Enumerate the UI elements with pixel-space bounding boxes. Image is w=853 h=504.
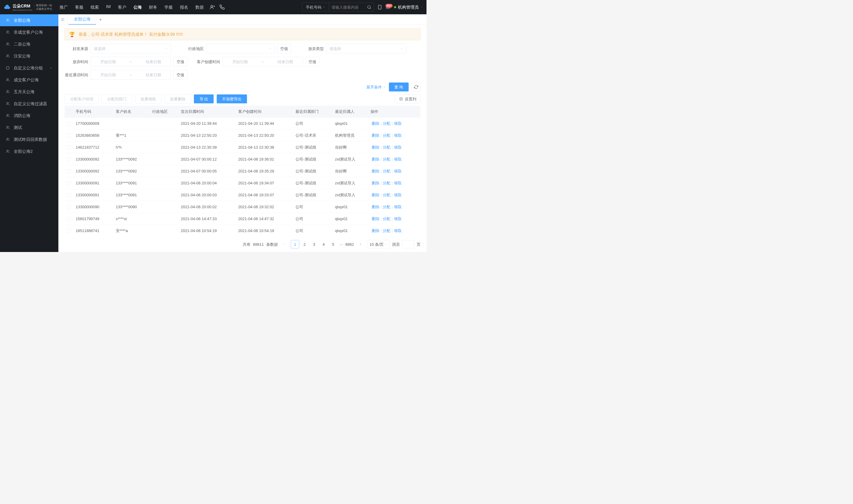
- assign-link[interactable]: 分配: [382, 229, 392, 233]
- abandon-type-select[interactable]: 请选择: [326, 44, 406, 53]
- claim-link[interactable]: 领取: [393, 193, 403, 197]
- tab-all-public-sea[interactable]: 全部公海: [69, 14, 96, 24]
- create-time-range[interactable]: 开始日期~结束日期: [222, 57, 303, 67]
- claim-link[interactable]: 领取: [393, 205, 403, 209]
- nav-item-学服[interactable]: 学服: [163, 3, 174, 11]
- export-plain-button[interactable]: 不加密导出: [217, 94, 247, 103]
- page-2[interactable]: 2: [301, 240, 309, 248]
- claim-link[interactable]: 领取: [393, 181, 403, 185]
- row-checkbox[interactable]: [67, 193, 71, 197]
- per-page-select[interactable]: 10 条/页: [367, 240, 390, 248]
- sidebar-item-4[interactable]: 自定义公海分组: [0, 62, 58, 74]
- last-page[interactable]: 6882: [345, 240, 354, 248]
- claim-link[interactable]: 领取: [393, 145, 403, 149]
- next-page-button[interactable]: [356, 240, 365, 248]
- assign-link[interactable]: 分配: [382, 193, 392, 197]
- call-time-null-button[interactable]: 空值: [173, 70, 187, 79]
- tab-add-button[interactable]: +: [96, 17, 105, 22]
- page-1[interactable]: 1: [291, 240, 299, 248]
- claim-link[interactable]: 领取: [393, 157, 403, 161]
- prev-page-button[interactable]: [280, 240, 289, 248]
- row-checkbox[interactable]: [67, 229, 71, 233]
- claim-link[interactable]: 领取: [393, 133, 403, 138]
- logo[interactable]: 云朵CRM www.yunduocrm.com 教育机构一站 式服务云平台: [4, 3, 52, 11]
- select-all-checkbox[interactable]: [67, 110, 71, 114]
- delete-link[interactable]: 删除: [370, 181, 381, 185]
- assign-link[interactable]: 分配: [382, 157, 392, 161]
- row-checkbox[interactable]: [67, 205, 71, 209]
- bell-icon[interactable]: 99+: [386, 5, 391, 10]
- refresh-button[interactable]: [412, 83, 420, 91]
- assign-link[interactable]: 分配: [382, 181, 392, 185]
- nav-item-线索[interactable]: 线索: [89, 3, 101, 11]
- nav-item-报名[interactable]: 报名: [178, 3, 190, 11]
- row-checkbox[interactable]: [67, 133, 71, 138]
- claim-link[interactable]: 领取: [393, 121, 403, 126]
- assign-link[interactable]: 分配: [382, 217, 392, 221]
- call-time-range[interactable]: 开始日期~结束日期: [91, 70, 171, 79]
- sidebar-item-6[interactable]: 五月天公海: [0, 86, 58, 98]
- phone-icon[interactable]: [219, 4, 225, 10]
- nav-item-推广[interactable]: 推广: [58, 3, 69, 11]
- export-button[interactable]: 导 出: [194, 94, 214, 103]
- column-settings-button[interactable]: 设置列: [395, 94, 420, 103]
- abandon-time-null-button[interactable]: 空值: [173, 57, 187, 67]
- nav-item-公海[interactable]: 公海: [132, 3, 143, 11]
- tab-collapse-icon[interactable]: [58, 15, 67, 24]
- assign-link[interactable]: 分配: [382, 169, 392, 173]
- jump-input[interactable]: [402, 240, 414, 248]
- friend-source-select[interactable]: 请选择: [91, 44, 171, 53]
- sidebar-item-11[interactable]: 全部公海2: [0, 145, 58, 157]
- expand-filters-link[interactable]: 展开条件: [366, 84, 386, 90]
- claim-link[interactable]: 领取: [393, 229, 403, 233]
- create-time-null-button[interactable]: 空值: [305, 57, 319, 67]
- assign-manager-button[interactable]: 分配客户经理: [64, 94, 98, 103]
- batch-delete-button[interactable]: 批量删除: [164, 94, 191, 103]
- region-null-button[interactable]: 空值: [277, 44, 291, 53]
- delete-link[interactable]: 删除: [370, 157, 381, 161]
- sidebar-item-0[interactable]: 全部公海: [0, 14, 58, 26]
- delete-link[interactable]: 删除: [370, 121, 381, 126]
- delete-link[interactable]: 删除: [370, 145, 381, 149]
- delete-link[interactable]: 删除: [370, 229, 381, 233]
- assign-dept-button[interactable]: 分配到部门: [102, 94, 132, 103]
- user-menu[interactable]: 机构管理员: [394, 4, 423, 10]
- nav-item-客户[interactable]: 客户: [116, 3, 128, 11]
- abandon-time-range[interactable]: 开始日期~结束日期: [91, 57, 171, 67]
- nav-item-数据[interactable]: 数据: [194, 3, 205, 11]
- region-select[interactable]: [206, 44, 275, 53]
- claim-link[interactable]: 领取: [393, 217, 403, 221]
- row-checkbox[interactable]: [67, 145, 71, 149]
- page-3[interactable]: 3: [310, 240, 319, 248]
- delete-link[interactable]: 删除: [370, 217, 381, 221]
- page-5[interactable]: 5: [329, 240, 338, 248]
- assign-link[interactable]: 分配: [382, 145, 392, 149]
- assign-link[interactable]: 分配: [382, 205, 392, 209]
- nav-item-财务[interactable]: 财务: [147, 3, 159, 11]
- search-type-select[interactable]: 手机号码: [302, 3, 329, 12]
- delete-link[interactable]: 删除: [370, 193, 381, 197]
- assign-link[interactable]: 分配: [382, 121, 392, 126]
- page-4[interactable]: 4: [320, 240, 328, 248]
- search-button[interactable]: [365, 3, 374, 12]
- mobile-icon[interactable]: [377, 5, 382, 10]
- row-checkbox[interactable]: [67, 157, 71, 161]
- row-checkbox[interactable]: [67, 217, 71, 221]
- row-checkbox[interactable]: [67, 122, 71, 126]
- delete-link[interactable]: 删除: [370, 169, 381, 173]
- claim-link[interactable]: 领取: [393, 169, 403, 173]
- sidebar-item-2[interactable]: 二咨公海: [0, 38, 58, 50]
- row-checkbox[interactable]: [67, 169, 71, 173]
- search-input[interactable]: [329, 3, 365, 12]
- batch-claim-button[interactable]: 批量领取: [135, 94, 161, 103]
- sidebar-item-8[interactable]: 消防公海: [0, 110, 58, 122]
- delete-link[interactable]: 删除: [370, 133, 381, 138]
- query-button[interactable]: 查 询: [389, 83, 409, 91]
- assign-link[interactable]: 分配: [382, 133, 392, 138]
- sidebar-item-1[interactable]: 非成交客户公海: [0, 26, 58, 38]
- delete-link[interactable]: 删除: [370, 205, 381, 209]
- row-checkbox[interactable]: [67, 181, 71, 185]
- nav-item-客服[interactable]: 客服: [74, 3, 85, 11]
- add-user-icon[interactable]: [210, 4, 215, 10]
- sidebar-item-10[interactable]: 测试昨日回库数据: [0, 133, 58, 145]
